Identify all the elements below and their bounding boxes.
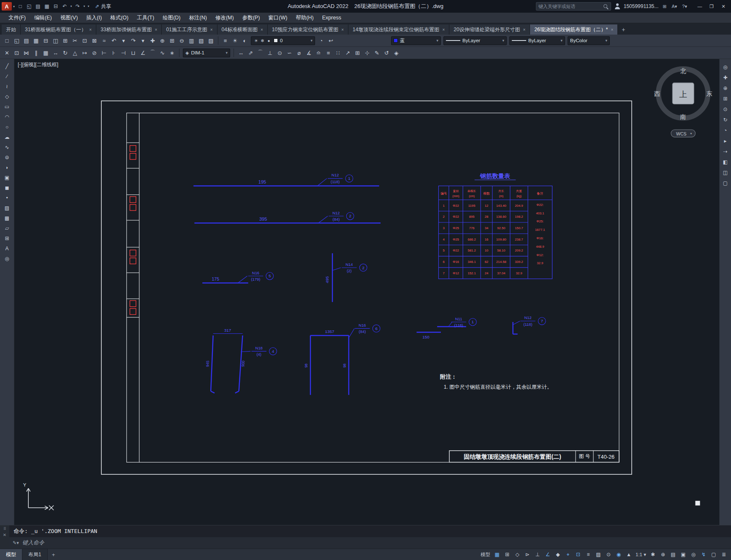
redo-list-icon[interactable]: ▾ [138,36,148,46]
qat-undo-arrow-icon[interactable]: ▾ [69,2,73,11]
qnew-icon[interactable]: □ [2,36,12,46]
linear-dimension-icon[interactable]: ↔ [236,48,246,58]
color-dropdown[interactable]: 蓝 ▾ [391,36,441,45]
app-store-icon[interactable]: ⊞ [662,4,667,9]
lineweight-icon[interactable]: ≡ [584,550,593,559]
pan-icon[interactable]: ✚ [148,36,158,46]
continue-dimension-icon[interactable]: ∷ [333,48,343,58]
zoom-window-icon[interactable]: ⊞ [167,36,177,46]
qat-plot-icon[interactable]: ⊟ [52,2,60,11]
rotate-icon[interactable]: ↻ [60,48,70,58]
trim-icon[interactable]: ⊘ [90,48,99,58]
table-icon[interactable]: ⊞ [3,234,12,243]
orbit-icon[interactable]: ↻ [721,115,730,124]
search-box[interactable] [536,2,611,11]
command-input[interactable]: 键入命令 [22,539,44,546]
viewcube[interactable]: 上 北 南 西 东 WCS ▾ [654,68,712,137]
quick-dimension-icon[interactable]: ≏ [314,48,323,58]
drawing-tab-4[interactable]: 04标准横断面图× [217,24,268,35]
tab-close-icon[interactable]: × [442,27,445,32]
layer-isolate-icon[interactable]: ◐ [240,36,250,46]
menu-item-6[interactable]: 绘图(D) [158,13,185,23]
showmotion-icon[interactable]: ▸ [721,136,730,146]
region-icon[interactable]: ▱ [3,224,12,233]
plot-icon[interactable]: ⊟ [41,36,51,46]
help-icon[interactable]: ?▾ [681,4,688,9]
undo-icon[interactable]: ↶ [109,36,119,46]
zoom-realtime-icon[interactable]: ⊕ [158,36,167,46]
clean-screen-icon[interactable]: ▢ [709,550,718,559]
paste-icon[interactable]: ⊠ [90,36,99,46]
command-customize-icon[interactable]: ✎▾ [13,540,19,546]
leader-icon[interactable]: ↗ [343,48,353,58]
viewport-controls[interactable]: [-][俯视][二维线框] [18,61,58,68]
viewport-grip[interactable] [696,501,700,506]
graphics-performance-icon[interactable]: ↯ [699,550,708,559]
lineweight-dropdown[interactable]: ByLayer ▾ [509,36,565,45]
drawing-tab-2[interactable]: 33桥面加强钢筋布置图× [96,24,162,35]
close-button[interactable]: ✕ [717,1,729,11]
tab-close-icon[interactable]: × [89,27,92,32]
dynamic-input-icon[interactable]: ⊳ [523,550,532,559]
tab-close-icon[interactable]: × [611,27,613,32]
zoom-extents-icon[interactable]: ⊕ [721,84,730,93]
tab-close-icon[interactable]: × [523,27,526,32]
spline-icon[interactable]: ∿ [3,143,12,152]
minimize-button[interactable]: — [694,1,706,11]
move-icon[interactable]: ↔ [51,48,60,58]
display-icon[interactable]: ▢ [721,179,730,188]
drawing-canvas[interactable]: [-][俯视][二维线框] [14,59,719,525]
dimension-style-icon[interactable]: ◈ [391,48,401,58]
break-icon[interactable]: ⊣ [119,48,128,58]
tolerance-icon[interactable]: ⊞ [353,48,362,58]
designcenter-icon[interactable]: ▧ [196,36,206,46]
undo-list-icon[interactable]: ▾ [119,36,128,46]
dimstyle-dropdown[interactable]: ◈ DIM-1 ▾ [183,49,230,57]
make-block-icon[interactable]: ◼ [3,183,12,192]
menu-item-8[interactable]: 修改(M) [211,13,238,23]
layer-dropdown[interactable]: ☀❄● 0 ▾ [251,36,315,45]
maximize-button[interactable]: ❐ [706,1,717,11]
workspace-switching-icon[interactable]: ✱ [648,550,658,559]
arc-length-icon[interactable]: ⌒ [255,48,265,58]
viewcube-west-label[interactable]: 西 [654,90,660,97]
layer-previous-icon[interactable]: ↩ [326,36,336,46]
baseline-dimension-icon[interactable]: ≡ [323,48,333,58]
break-at-point-icon[interactable]: ⊦ [109,48,119,58]
revision-cloud-icon[interactable]: ☁ [3,133,12,142]
measure-icon[interactable]: ⇢ [721,147,730,156]
redo-icon[interactable]: ↷ [128,36,138,46]
gradient-icon[interactable]: ▩ [3,214,12,223]
tab-close-icon[interactable]: × [261,27,263,32]
point-icon[interactable]: • [3,193,12,203]
grid-display-icon[interactable]: ▦ [492,550,502,559]
annotation-scale-button[interactable]: 1:1 ▾ [634,550,647,559]
radius-dimension-icon[interactable]: ⊙ [275,48,285,58]
command-close-icon[interactable]: ✕ [3,533,6,537]
autocad-logo-icon[interactable]: A [2,2,12,11]
array-icon[interactable]: ▦ [41,48,51,58]
open-icon[interactable]: ◱ [12,36,22,46]
join-icon[interactable]: ⊔ [128,48,138,58]
layout-tab-1[interactable]: 布局1 [22,549,48,560]
qat-open-icon[interactable]: ◱ [25,2,33,11]
menu-item-10[interactable]: 窗口(W) [264,13,291,23]
menu-item-7[interactable]: 标注(N) [185,13,211,23]
qat-new-icon[interactable]: □ [16,2,24,11]
jogged-icon[interactable]: ∽ [285,48,294,58]
selection-cycling-icon[interactable]: ⊙ [604,550,613,559]
transparency-icon[interactable]: ▨ [594,550,603,559]
menu-item-12[interactable]: Express [318,13,345,23]
copy-icon[interactable]: ⊡ [12,48,22,58]
cut-icon[interactable]: ✂ [70,36,80,46]
multiline-text-icon[interactable]: A [3,244,12,253]
qat-save-icon[interactable]: ▤ [34,2,42,11]
quick-properties-icon[interactable]: ▤ [668,550,678,559]
menu-item-11[interactable]: 帮助(H) [291,13,318,23]
menu-item-5[interactable]: 工具(T) [133,13,158,23]
qat-saveas-icon[interactable]: ▦ [43,2,51,11]
blend-icon[interactable]: ∿ [158,48,167,58]
saveas-icon[interactable]: ▦ [31,36,41,46]
plot-preview-icon[interactable]: ◫ [51,36,60,46]
search-icon[interactable] [603,4,609,9]
